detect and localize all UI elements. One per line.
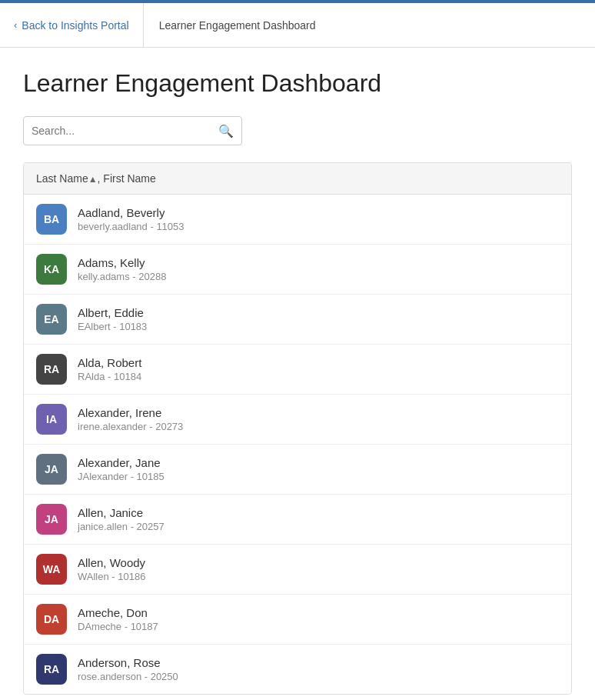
search-icon: 🔍 [218,124,234,138]
table-row[interactable]: JAAlexander, JaneJAlexander - 10185 [24,445,571,495]
learner-info: Ameche, DonDAmeche - 10187 [78,606,158,632]
avatar: BA [36,204,67,235]
load-more-section: Load More [23,695,572,700]
learner-sub: DAmeche - 10187 [78,621,158,632]
avatar: WA [36,554,67,585]
learner-sub: irene.alexander - 20273 [78,421,183,432]
learner-list: BAAadland, Beverlybeverly.aadland - 1105… [24,195,571,694]
back-link-label: Back to Insights Portal [22,19,128,32]
chevron-left-icon: ‹ [14,19,17,31]
search-wrapper: 🔍 [23,116,242,145]
avatar: DA [36,604,67,635]
learner-name: Allen, Janice [78,506,165,519]
learner-sub: beverly.aadland - 11053 [78,221,184,232]
avatar: KA [36,254,67,285]
avatar: JA [36,454,67,485]
avatar: JA [36,504,67,535]
learner-sub: JAlexander - 10185 [78,471,165,482]
table-row[interactable]: IAAlexander, Ireneirene.alexander - 2027… [24,395,571,445]
learner-info: Adams, Kellykelly.adams - 20288 [78,256,166,282]
learner-name: Alda, Robert [78,356,141,369]
search-container: 🔍 [23,116,572,145]
learner-sub: EAlbert - 10183 [78,321,147,332]
avatar: RA [36,654,67,685]
learner-info: Anderson, Roserose.anderson - 20250 [78,656,178,682]
header-suffix: , First Name [98,172,156,185]
page-title: Learner Engagement Dashboard [23,69,572,98]
learner-name: Ameche, Don [78,606,158,619]
table-row[interactable]: RAAlda, RobertRAlda - 10184 [24,345,571,395]
learner-name: Albert, Eddie [78,306,147,319]
top-navigation: ‹ Back to Insights Portal Learner Engage… [0,3,595,48]
table-row[interactable]: KAAdams, Kellykelly.adams - 20288 [24,245,571,295]
learner-name: Allen, Woody [78,556,145,569]
avatar: IA [36,404,67,435]
page-content: Learner Engagement Dashboard 🔍 Last Name… [0,48,595,700]
table-row[interactable]: WAAllen, WoodyWAllen - 10186 [24,545,571,595]
learner-name: Aadland, Beverly [78,206,184,219]
learner-info: Alda, RobertRAlda - 10184 [78,356,141,382]
learner-name: Anderson, Rose [78,656,178,669]
avatar: RA [36,354,67,385]
search-input[interactable] [32,125,214,137]
learner-name: Alexander, Jane [78,456,165,469]
learner-info: Aadland, Beverlybeverly.aadland - 11053 [78,206,184,232]
table-row[interactable]: JAAllen, Janicejanice.allen - 20257 [24,495,571,545]
avatar: EA [36,304,67,335]
learner-sub: RAlda - 10184 [78,371,141,382]
learner-info: Alexander, JaneJAlexander - 10185 [78,456,165,482]
learner-sub: janice.allen - 20257 [78,521,165,532]
learner-info: Albert, EddieEAlbert - 10183 [78,306,147,332]
learner-info: Alexander, Ireneirene.alexander - 20273 [78,406,183,432]
table-header: Last Name▲, First Name [24,163,571,195]
sort-arrow-icon[interactable]: ▲ [88,174,98,185]
learner-info: Allen, Janicejanice.allen - 20257 [78,506,165,532]
back-to-insights-link[interactable]: ‹ Back to Insights Portal [0,3,144,47]
table-row[interactable]: BAAadland, Beverlybeverly.aadland - 1105… [24,195,571,245]
learner-sub: kelly.adams - 20288 [78,271,166,282]
learner-sub: WAllen - 10186 [78,571,145,582]
learner-name: Adams, Kelly [78,256,166,269]
table-row[interactable]: DAAmeche, DonDAmeche - 10187 [24,595,571,645]
table-row[interactable]: RAAnderson, Roserose.anderson - 20250 [24,645,571,694]
learner-name: Alexander, Irene [78,406,183,419]
sort-column-label: Last Name [36,172,88,185]
learner-table: Last Name▲, First Name BAAadland, Beverl… [23,162,572,695]
nav-page-title: Learner Engagement Dashboard [144,19,331,32]
table-row[interactable]: EAAlbert, EddieEAlbert - 10183 [24,295,571,345]
learner-sub: rose.anderson - 20250 [78,671,178,682]
learner-info: Allen, WoodyWAllen - 10186 [78,556,145,582]
